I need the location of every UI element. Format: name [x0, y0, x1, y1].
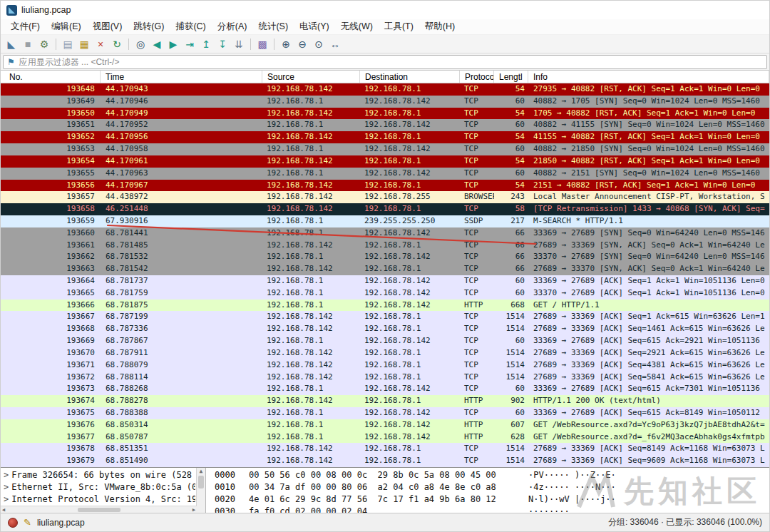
resize-columns-icon[interactable]: ↔	[327, 36, 343, 51]
hex-dump-pane[interactable]: 000000 50 56 c0 00 08 00 0c 29 8b 0c 5a …	[206, 468, 769, 513]
expander-icon[interactable]: >	[4, 470, 9, 480]
menu-item[interactable]: 跳转(G)	[128, 19, 170, 34]
packet-row[interactable]: 19367268.788114192.168.78.142192.168.78.…	[1, 372, 769, 384]
packet-row[interactable]: 19365644.170967192.168.78.142192.168.78.…	[1, 180, 769, 192]
expander-icon[interactable]: >	[4, 482, 9, 492]
packet-row[interactable]: 19367868.851351192.168.78.142192.168.78.…	[1, 443, 769, 455]
capture-options-icon[interactable]: ⚙	[36, 36, 52, 51]
hex-row[interactable]: 000000 50 56 c0 00 08 00 0c 29 8b 0c 5a …	[215, 469, 769, 481]
menu-item[interactable]: 统计(S)	[252, 19, 294, 34]
packet-row[interactable]: 19366768.787199192.168.78.142192.168.78.…	[1, 311, 769, 323]
packet-cell-protocol: TCP	[460, 359, 494, 372]
auto-scroll-icon[interactable]: ⇊	[231, 36, 247, 51]
details-horizontal-scrollbar[interactable]: ◀▶	[1, 506, 197, 513]
packet-cell-no: 193667	[1, 311, 101, 323]
zoom-in-icon[interactable]: ⊕	[278, 36, 294, 51]
packet-row[interactable]: 19366668.781875192.168.78.1192.168.78.14…	[1, 300, 769, 312]
filter-bookmark-icon[interactable]: ⚑	[7, 57, 15, 67]
hex-row[interactable]: 00204e 01 6c 29 9c 8d 77 56 7c 17 f1 a4 …	[215, 493, 769, 506]
packet-cell-source: 192.168.78.142	[262, 131, 360, 143]
column-header-source[interactable]: Source	[262, 71, 360, 83]
menu-item[interactable]: 无线(W)	[335, 19, 379, 34]
packet-row[interactable]: 19365344.170958192.168.78.1192.168.78.14…	[1, 143, 769, 155]
display-filter-input[interactable]: ⚑ 应用显示过滤器 ... <Ctrl-/>	[3, 55, 767, 69]
column-header-protocol[interactable]: Protocol	[460, 71, 494, 83]
save-file-icon[interactable]: ▦	[76, 36, 92, 51]
menu-item[interactable]: 工具(T)	[379, 19, 419, 34]
packet-row[interactable]: 19365967.930916192.168.78.1239.255.255.2…	[1, 215, 769, 227]
packet-row[interactable]: 19366268.781532192.168.78.1192.168.78.14…	[1, 251, 769, 263]
packet-row[interactable]: 19367168.788079192.168.78.142192.168.78.…	[1, 359, 769, 372]
column-header-no[interactable]: No.	[1, 71, 101, 83]
details-vertical-scrollbar[interactable]: ▲	[196, 468, 205, 513]
detail-tree-item[interactable]: >Ethernet II, Src: VMware_8b:0c:5a (00:0	[4, 481, 195, 493]
detail-tree-item[interactable]: >Frame 326654: 66 bytes on wire (528 bit	[4, 469, 195, 481]
go-forward-icon[interactable]: ▶	[165, 36, 181, 51]
packet-row[interactable]: 19365244.170956192.168.78.142192.168.78.…	[1, 131, 769, 143]
packet-cell-length: 66	[494, 227, 528, 240]
column-header-info[interactable]: Info	[528, 71, 769, 83]
packet-row[interactable]: 19365144.170952192.168.78.1192.168.78.14…	[1, 119, 769, 131]
packet-row[interactable]: 19367768.850787192.168.78.1192.168.78.14…	[1, 431, 769, 444]
go-back-icon[interactable]: ◀	[149, 36, 165, 51]
column-header-time[interactable]: Time	[101, 71, 262, 83]
packet-row[interactable]: 19367568.788388192.168.78.1192.168.78.14…	[1, 407, 769, 419]
column-header-destination[interactable]: Destination	[360, 71, 460, 83]
hex-row[interactable]: 001000 34 7a df 00 00 80 06 a2 04 c0 a8 …	[215, 481, 769, 493]
details-lines: >Frame 326654: 66 bytes on wire (528 bit…	[4, 469, 195, 506]
colorize-icon[interactable]: ▩	[255, 36, 270, 51]
packet-row[interactable]: 19365744.438972192.168.78.142192.168.78.…	[1, 191, 769, 203]
packet-cell-time: 68.788079	[101, 359, 262, 372]
packet-details-pane[interactable]: >Frame 326654: 66 bytes on wire (528 bit…	[1, 468, 206, 513]
packet-row[interactable]: 19367068.787911192.168.78.142192.168.78.…	[1, 347, 769, 359]
menu-item[interactable]: 分析(A)	[212, 19, 253, 34]
packet-cell-no: 193650	[1, 108, 101, 120]
packet-cell-time: 68.787199	[101, 311, 262, 323]
menu-item[interactable]: 视图(V)	[87, 19, 128, 34]
packet-row[interactable]: 19367668.850314192.168.78.1192.168.78.14…	[1, 419, 769, 431]
title-bar: liuliang.pcap	[1, 1, 769, 19]
packet-row[interactable]: 19365044.170949192.168.78.142192.168.78.…	[1, 108, 769, 120]
menu-item[interactable]: 帮助(H)	[419, 19, 461, 34]
packet-row[interactable]: 19366568.781759192.168.78.1192.168.78.14…	[1, 287, 769, 300]
zoom-out-icon[interactable]: ⊖	[294, 36, 310, 51]
close-file-icon[interactable]: ×	[93, 36, 108, 51]
packet-row[interactable]: 19365444.170961192.168.78.142192.168.78.…	[1, 155, 769, 168]
menu-item[interactable]: 文件(F)	[5, 19, 46, 34]
packet-row[interactable]: 19366968.787867192.168.78.1192.168.78.14…	[1, 335, 769, 347]
packet-cell-source: 192.168.78.142	[262, 455, 360, 467]
packet-row[interactable]: 19364944.170946192.168.78.1192.168.78.14…	[1, 96, 769, 108]
packet-row[interactable]: 19366168.781485192.168.78.142192.168.78.…	[1, 240, 769, 252]
packet-cell-time: 44.170967	[101, 180, 262, 192]
menu-item[interactable]: 编辑(E)	[46, 19, 87, 34]
detail-tree-item[interactable]: >Internet Protocol Version 4, Src: 192.1	[4, 493, 195, 506]
hex-row[interactable]: 0030fa f0 cd 02 00 00 02 04········	[215, 506, 769, 513]
menu-item[interactable]: 电话(Y)	[294, 19, 335, 34]
packet-row[interactable]: 19367968.851490192.168.78.142192.168.78.…	[1, 455, 769, 467]
stop-capture-icon[interactable]: ■	[20, 36, 36, 51]
go-to-packet-icon[interactable]: ⇥	[182, 36, 197, 51]
reload-file-icon[interactable]: ↻	[109, 36, 125, 51]
edit-comment-icon[interactable]: ✎	[24, 517, 31, 528]
column-header-length[interactable]: Lengtl	[494, 71, 528, 83]
find-packet-icon[interactable]: ◎	[133, 36, 148, 51]
open-file-icon[interactable]: ▤	[60, 36, 76, 51]
expander-icon[interactable]: >	[4, 494, 9, 504]
packet-row[interactable]: 19367468.788278192.168.78.142192.168.78.…	[1, 395, 769, 407]
packet-row[interactable]: 19365846.251448192.168.78.142192.168.78.…	[1, 203, 769, 215]
packet-row[interactable]: 19367368.788268192.168.78.1192.168.78.14…	[1, 383, 769, 395]
packet-row[interactable]: 19366468.781737192.168.78.1192.168.78.14…	[1, 275, 769, 287]
packet-row[interactable]: 19364844.170943192.168.78.142192.168.78.…	[1, 83, 769, 96]
go-last-packet-icon[interactable]: ↧	[215, 36, 230, 51]
packet-cell-length: 60	[494, 275, 528, 287]
menu-item[interactable]: 捕获(C)	[170, 19, 211, 34]
packet-row[interactable]: 19366368.781542192.168.78.142192.168.78.…	[1, 263, 769, 275]
start-capture-icon[interactable]: ◣	[4, 36, 19, 51]
go-first-packet-icon[interactable]: ↥	[198, 36, 214, 51]
packet-cell-source: 192.168.78.142	[262, 83, 360, 96]
zoom-reset-icon[interactable]: ⊙	[311, 36, 327, 51]
expert-info-icon[interactable]	[8, 518, 18, 528]
packet-row[interactable]: 19366868.787336192.168.78.142192.168.78.…	[1, 323, 769, 335]
packet-row[interactable]: 19365544.170963192.168.78.1192.168.78.14…	[1, 168, 769, 180]
packet-row[interactable]: 19366068.781441192.168.78.1192.168.78.14…	[1, 227, 769, 240]
